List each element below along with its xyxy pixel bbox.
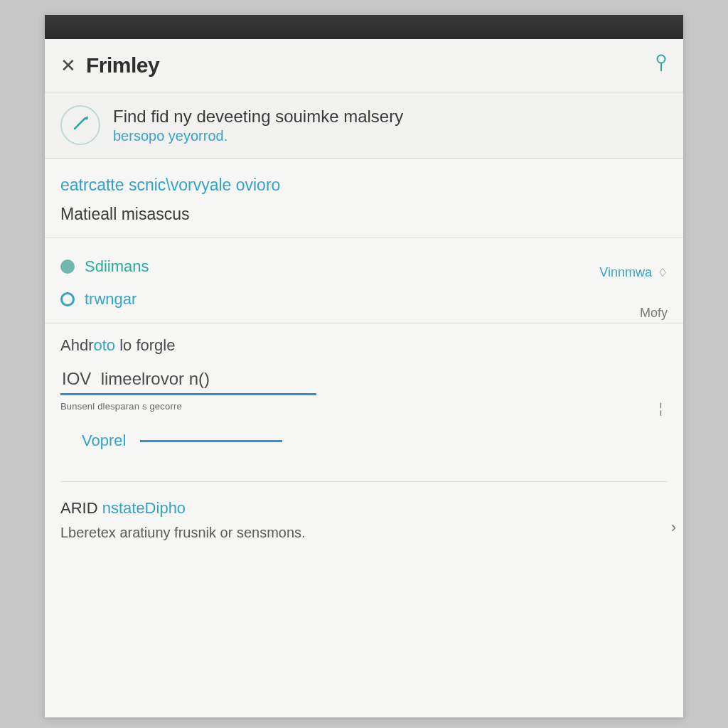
section-2-title: Ahdroto lo forgle [60,336,668,355]
section-3-body: Lberetex aratiuny frusnik or sensmons. [60,525,668,541]
input-caption: Bunsenl dlesparan s gecorre [60,401,668,412]
svg-marker-3 [85,116,88,120]
side-tag-1-label: Vinnmwa [599,265,652,280]
search-main-text: Find fid ny deveeting souimke malsery [113,107,403,127]
search-sub-text: bersopo yeyorrod. [113,128,403,144]
iov-input[interactable] [60,365,316,395]
section-label: Matieall misascus [60,205,668,224]
divider [45,323,683,323]
edit-icon-circle [60,105,100,145]
divider [45,237,683,237]
vop-underline [140,440,282,442]
search-text-block: Find fid ny deveeting souimke malsery be… [113,107,403,144]
scroll-hint-icon: ╎ [657,402,665,417]
search-row[interactable]: Find fid ny deveeting souimke malsery be… [45,92,683,159]
list-item-1[interactable]: Sdiimans [60,250,668,283]
svg-line-2 [75,118,85,129]
section-2-title-c: lo forgle [115,336,175,354]
section-2: Ahdroto lo forgle Bunsenl dlesparan s ge… [60,336,668,450]
section-3-heading: ARID nstateDipho [60,499,668,518]
page-title: Frimley [86,53,159,77]
section-3-head-accent: nstateDipho [102,499,186,517]
side-tag-2-label: Mofy [640,306,668,321]
pencil-icon [71,114,90,137]
section-2-title-a: Ahdr [60,336,93,354]
pin-icon[interactable] [655,54,668,77]
section-3-head-prefix: ARID [60,499,102,517]
header-bar: ✕ Frimley [45,39,683,92]
list-item-2-label: trwngar [85,290,136,309]
vop-row[interactable]: Voprel [60,432,668,450]
svg-point-0 [658,55,665,63]
side-tag-1[interactable]: Vinnmwa ♢ [599,265,668,280]
side-tags: Vinnmwa ♢ Mofy [599,265,686,321]
vop-label: Voprel [82,432,126,450]
chevron-right-icon[interactable]: › [671,518,676,537]
status-dot-outline-icon [60,292,75,306]
shield-icon: ♢ [658,266,668,279]
side-tag-2[interactable]: Mofy [640,306,668,321]
section-3: ARID nstateDipho Lberetex aratiuny frusn… [60,481,668,541]
list-item-2[interactable]: trwngar [60,283,668,316]
close-icon[interactable]: ✕ [60,56,79,75]
status-dot-filled-icon [60,259,75,274]
window-topbar [45,15,683,39]
list-item-1-label: Sdiimans [85,257,149,276]
app-frame: ✕ Frimley Find fid ny deveeting souimke … [44,14,684,718]
section-link[interactable]: eatrcatte scnic\vorvyale ovioro [60,176,668,195]
section-2-title-b: oto [93,336,115,354]
content-area: eatrcatte scnic\vorvyale ovioro Matieall… [45,159,683,541]
